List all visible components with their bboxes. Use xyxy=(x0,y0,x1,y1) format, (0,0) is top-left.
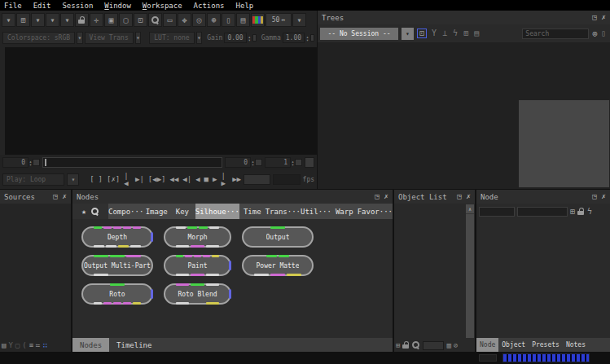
close-panel-icon[interactable]: ✗ xyxy=(602,14,606,21)
compare-dropdown-icon[interactable]: ▾ xyxy=(46,13,59,27)
node-item[interactable]: Roto Blend xyxy=(164,283,231,305)
gamma-spinner[interactable]: ▴▾ xyxy=(306,35,309,42)
transport-button[interactable]: ■ xyxy=(204,176,208,183)
view-transform-dropdown[interactable]: View Trans xyxy=(85,32,134,44)
close-panel-icon[interactable]: ✗ xyxy=(467,193,471,200)
snapshot-icon[interactable]: ▣ xyxy=(104,13,118,27)
node-item[interactable]: Morph xyxy=(164,226,231,248)
frame-slider[interactable] xyxy=(42,157,222,168)
node-item[interactable]: Paint xyxy=(164,255,231,276)
range-end-button[interactable] xyxy=(295,159,302,166)
pan-track-icon[interactable]: ✥ xyxy=(178,13,191,27)
menu-item[interactable]: Session xyxy=(62,2,93,10)
object-list-scrollbar[interactable]: ∧ xyxy=(466,204,474,338)
transport-button[interactable]: ◀ xyxy=(195,176,200,183)
rotate-view-icon[interactable]: ◎ xyxy=(192,13,206,27)
region-icon[interactable]: ⊡ xyxy=(134,13,147,27)
detail-view-icon[interactable]: ≔ xyxy=(36,342,40,349)
overlay-dropdown-icon[interactable]: ▾ xyxy=(60,13,74,27)
range-start-button[interactable] xyxy=(255,159,262,166)
close-panel-icon[interactable]: ✗ xyxy=(384,193,388,200)
node-panel-tab[interactable]: Node xyxy=(476,338,498,352)
trash-icon[interactable]: ▯ xyxy=(601,29,606,37)
menu-item[interactable]: Edit xyxy=(33,2,51,10)
save-icon[interactable]: ▤ xyxy=(473,29,480,37)
transport-button[interactable]: ] xyxy=(99,176,103,183)
add-object-icon[interactable]: ⊞ xyxy=(396,342,400,349)
node-category-tab[interactable]: Util··· xyxy=(301,204,331,219)
transport-button[interactable]: |◀ xyxy=(124,173,131,187)
float-panel-icon[interactable]: ◳ xyxy=(592,14,596,21)
close-panel-icon[interactable]: ✗ xyxy=(63,193,67,200)
object-search-icon[interactable] xyxy=(412,341,420,349)
node-item[interactable]: Power Matte xyxy=(242,255,314,276)
thumbnail-view-icon[interactable]: ∷ xyxy=(43,342,47,349)
current-frame-field[interactable]: 0 xyxy=(2,157,29,168)
transport-button[interactable]: [ xyxy=(90,176,94,183)
transport-button[interactable]: ◀| xyxy=(182,176,191,183)
node-category-tab[interactable]: Image xyxy=(143,204,169,219)
node-panel-tab[interactable]: Object xyxy=(498,338,529,352)
menu-item[interactable]: Workspace xyxy=(143,2,182,10)
node-category-tab[interactable]: Favor··· xyxy=(358,204,393,219)
range-end-spinner[interactable]: ▴▾ xyxy=(292,160,294,166)
node-name-field[interactable] xyxy=(479,207,515,217)
nodes-footer-tab[interactable]: Nodes xyxy=(72,338,109,352)
search-input[interactable] xyxy=(522,29,589,39)
node-category-tab[interactable]: Compo··· xyxy=(108,204,143,219)
lut-dropdown[interactable]: LUT: none xyxy=(149,32,194,44)
lock-object-icon[interactable] xyxy=(402,341,410,349)
session-dropdown[interactable]: -- No Session -- xyxy=(320,28,398,40)
fps-field-1[interactable] xyxy=(244,174,270,185)
process-node-icon[interactable]: ϟ xyxy=(587,208,592,216)
gain-field[interactable]: 0.00 xyxy=(224,33,246,43)
float-panel-icon[interactable]: ◳ xyxy=(457,193,461,200)
tree-branch-icon[interactable]: Y xyxy=(431,29,437,37)
view-mode-icon[interactable]: ⊡ xyxy=(417,29,427,38)
range-lock-button[interactable] xyxy=(305,157,314,168)
object-notes-icon[interactable]: ▥ xyxy=(446,342,450,349)
gamma-field[interactable]: 1.00 xyxy=(283,33,305,43)
play-mode-chevron-icon[interactable]: ▾ xyxy=(67,173,79,186)
node-category-tab[interactable]: Time xyxy=(239,204,266,219)
gamma-reset-button[interactable] xyxy=(310,34,314,42)
viewer-dropdown-icon[interactable]: ▾ xyxy=(2,13,15,27)
fps-field-2[interactable] xyxy=(273,174,300,185)
object-filter-field[interactable] xyxy=(423,341,444,350)
magnifier-icon[interactable] xyxy=(148,13,162,27)
menu-item[interactable]: Window xyxy=(104,2,131,10)
node-list-canvas[interactable]: Depth Morph Output Output Multi-Part xyxy=(72,219,393,338)
colorspace-chevron-icon[interactable]: ▾ xyxy=(77,32,83,44)
range-start-field[interactable]: 0 xyxy=(225,157,251,168)
node-category-tab[interactable]: Trans··· xyxy=(266,204,301,219)
zoom-level-control[interactable]: 50 ↔ xyxy=(266,13,292,27)
lock-node-icon[interactable] xyxy=(577,208,585,216)
selection-box-icon[interactable]: ▭ xyxy=(163,13,177,27)
output-node-icon[interactable]: ⊥ xyxy=(441,29,448,37)
fit-view-icon[interactable]: ▯ xyxy=(222,13,235,27)
float-panel-icon[interactable]: ◳ xyxy=(592,193,596,200)
viewer-canvas[interactable] xyxy=(5,47,317,155)
session-chevron-icon[interactable]: ▾ xyxy=(402,28,414,40)
zoom-dropdown-icon[interactable]: ▾ xyxy=(292,13,306,27)
node-item[interactable]: Roto xyxy=(81,283,153,305)
add-view-icon[interactable]: ⊞ xyxy=(16,13,30,27)
close-panel-icon[interactable]: ✗ xyxy=(602,193,606,200)
channel-dropdown-icon[interactable]: ▾ xyxy=(31,13,45,27)
favorites-star-icon[interactable]: ★ xyxy=(81,208,86,216)
current-frame-button[interactable] xyxy=(33,159,40,166)
transport-button[interactable]: ◀◀ xyxy=(170,176,179,183)
source-box-icon[interactable]: ▢ xyxy=(15,342,20,349)
note-icon[interactable]: ▤ xyxy=(236,13,250,27)
node-item[interactable]: Output Multi-Part xyxy=(81,255,153,276)
list-view-icon[interactable]: ≡ xyxy=(29,342,33,349)
process-icon[interactable]: ϟ xyxy=(452,29,459,37)
transport-button[interactable]: ▶ xyxy=(213,176,217,183)
lock-icon[interactable] xyxy=(75,13,89,27)
key-icon[interactable]: ✛ xyxy=(90,13,103,27)
source-tree-icon[interactable]: Y xyxy=(8,342,12,349)
divider-icon[interactable]: ( xyxy=(22,342,26,349)
range-end-field[interactable]: 1 xyxy=(265,157,291,168)
transport-button[interactable]: |▶ xyxy=(221,173,228,187)
trees-content[interactable] xyxy=(318,42,610,189)
